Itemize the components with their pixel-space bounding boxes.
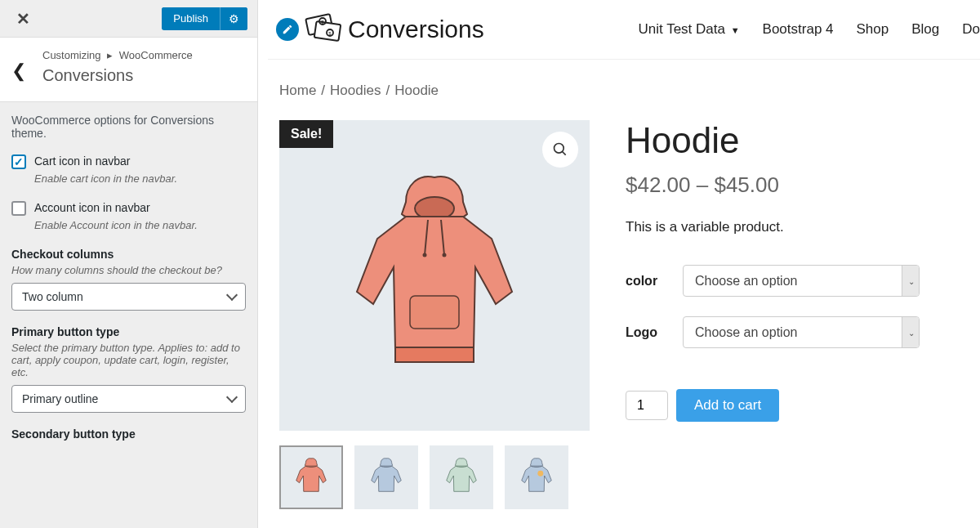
variation-color-select-wrap: Choose an option ⌄ bbox=[683, 265, 920, 297]
svg-point-15 bbox=[537, 471, 543, 477]
site-logo[interactable]: $ $ Conversions bbox=[304, 11, 484, 47]
product-main-image[interactable]: Sale! bbox=[279, 120, 590, 431]
variation-logo-label: Logo bbox=[626, 325, 683, 340]
logo-icon: $ $ bbox=[304, 11, 343, 47]
variation-color-label: color bbox=[626, 274, 683, 289]
cart-icon-help: Enable cart icon in the navbar. bbox=[34, 172, 246, 185]
svg-rect-9 bbox=[395, 347, 474, 362]
quantity-input[interactable] bbox=[626, 391, 668, 420]
close-icon[interactable]: ✕ bbox=[10, 6, 37, 32]
woocommerce-breadcrumb: Home/Hoodies/Hoodie bbox=[279, 83, 980, 99]
section-title: Conversions bbox=[42, 66, 241, 85]
primary-button-label: Primary button type bbox=[11, 325, 246, 338]
product-price: $42.00 – $45.00 bbox=[626, 172, 964, 198]
primary-button-select[interactable]: Primary outline bbox=[11, 385, 246, 413]
secondary-button-label: Secondary button type bbox=[11, 427, 246, 441]
product-details: Hoodie $42.00 – $45.00 This is a variabl… bbox=[626, 120, 980, 509]
variation-logo-select[interactable]: Choose an option bbox=[683, 316, 920, 348]
svg-point-14 bbox=[443, 253, 447, 257]
zoom-icon[interactable] bbox=[542, 132, 578, 168]
account-icon-help: Enable Account icon in the navbar. bbox=[34, 219, 246, 231]
section-description: WooCommerce options for Conversions them… bbox=[11, 114, 246, 140]
customizer-topbar: ✕ Publish ⚙ bbox=[0, 0, 257, 38]
breadcrumb: Customizing ▸ WooCommerce bbox=[42, 49, 241, 61]
customizer-panel: ✕ Publish ⚙ ❮ Customizing ▸ WooCommerce … bbox=[0, 0, 258, 528]
svg-point-6 bbox=[555, 144, 564, 154]
gallery-thumbnails bbox=[279, 445, 590, 509]
thumbnail-1[interactable] bbox=[279, 445, 343, 509]
variation-logo-select-wrap: Choose an option ⌄ bbox=[683, 316, 920, 348]
cart-icon-label: Cart icon in navbar bbox=[34, 154, 131, 168]
product-wrapper: Sale! bbox=[279, 120, 980, 509]
section-header: ❮ Customizing ▸ WooCommerce Conversions bbox=[0, 38, 257, 102]
customizer-body: WooCommerce options for Conversions them… bbox=[0, 102, 257, 528]
product-gallery: Sale! bbox=[279, 120, 590, 509]
cart-icon-option[interactable]: Cart icon in navbar bbox=[11, 154, 246, 169]
back-icon[interactable]: ❮ bbox=[11, 60, 26, 82]
breadcrumb-parent: WooCommerce bbox=[119, 49, 193, 61]
variation-logo-row: Logo Choose an option ⌄ bbox=[626, 316, 964, 348]
nav-item-bootstrap[interactable]: Bootstrap 4 bbox=[763, 21, 834, 38]
gear-icon[interactable]: ⚙ bbox=[220, 7, 247, 30]
svg-rect-10 bbox=[410, 296, 459, 329]
publish-group: Publish ⚙ bbox=[162, 7, 247, 30]
checkout-columns-label: Checkout columns bbox=[11, 248, 246, 261]
site-navbar: $ $ Conversions Unit Test Data ▼ Bootstr… bbox=[268, 0, 980, 60]
product-title: Hoodie bbox=[626, 120, 964, 161]
breadcrumb-category[interactable]: Hoodies bbox=[330, 83, 381, 98]
checkbox-checked-icon[interactable] bbox=[11, 154, 26, 169]
checkbox-unchecked-icon[interactable] bbox=[11, 201, 26, 216]
edit-shortcut-icon[interactable] bbox=[276, 18, 299, 41]
sale-badge: Sale! bbox=[279, 120, 333, 148]
nav-item-unit-test[interactable]: Unit Test Data ▼ bbox=[638, 21, 739, 38]
thumbnail-2[interactable] bbox=[354, 445, 418, 509]
nav-item-shop[interactable]: Shop bbox=[857, 21, 889, 38]
svg-point-13 bbox=[423, 253, 427, 257]
account-icon-option[interactable]: Account icon in navbar bbox=[11, 201, 246, 216]
checkout-columns-help: How many columns should the checkout be? bbox=[11, 264, 246, 276]
add-to-cart-button[interactable]: Add to cart bbox=[676, 389, 779, 422]
checkout-columns-select-wrap: Two column bbox=[11, 283, 246, 311]
thumbnail-3[interactable] bbox=[430, 445, 493, 509]
account-icon-label: Account icon in navbar bbox=[34, 201, 150, 214]
product-description: This is a variable product. bbox=[626, 219, 964, 235]
page-body: Home/Hoodies/Hoodie Sale! bbox=[268, 60, 980, 509]
primary-button-help: Select the primary button type. Applies … bbox=[11, 342, 246, 378]
nav-item-blog[interactable]: Blog bbox=[911, 21, 939, 38]
primary-button-select-wrap: Primary outline bbox=[11, 385, 246, 413]
preview-pane: $ $ Conversions Unit Test Data ▼ Bootstr… bbox=[268, 0, 980, 528]
nav-item-docs[interactable]: Do bbox=[962, 21, 980, 38]
logo-text: Conversions bbox=[348, 16, 484, 43]
svg-line-7 bbox=[563, 152, 566, 155]
thumbnail-4[interactable] bbox=[505, 445, 568, 509]
checkout-columns-select[interactable]: Two column bbox=[11, 283, 246, 311]
hoodie-illustration bbox=[328, 161, 541, 390]
nav-menu: Unit Test Data ▼ Bootstrap 4 Shop Blog D… bbox=[638, 21, 980, 38]
caret-down-icon: ▼ bbox=[731, 25, 740, 35]
chevron-right-icon: ▸ bbox=[107, 49, 113, 61]
variation-color-row: color Choose an option ⌄ bbox=[626, 265, 964, 297]
variation-color-select[interactable]: Choose an option bbox=[683, 265, 920, 297]
breadcrumb-home[interactable]: Home bbox=[279, 83, 316, 98]
breadcrumb-product: Hoodie bbox=[394, 83, 439, 98]
publish-button[interactable]: Publish bbox=[162, 7, 220, 29]
add-to-cart-row: Add to cart bbox=[626, 389, 964, 422]
breadcrumb-root: Customizing bbox=[42, 49, 101, 61]
